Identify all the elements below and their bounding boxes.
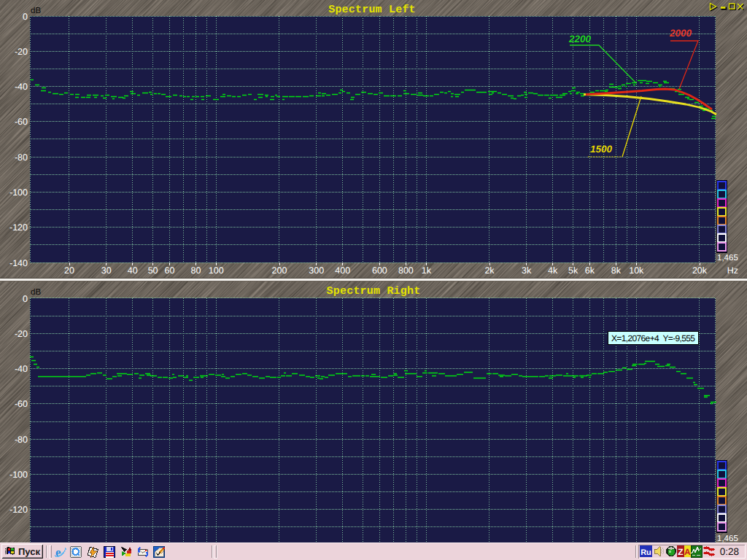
svg-text:-120: -120: [9, 222, 28, 233]
svg-text:Hz: Hz: [727, 265, 738, 276]
svg-text:6k: 6k: [585, 265, 595, 276]
svg-text:-60: -60: [15, 117, 28, 127]
svg-text:-60: -60: [15, 399, 28, 409]
svg-text:20k: 20k: [692, 265, 708, 276]
svg-text:0: 0: [23, 294, 28, 304]
svg-text:200: 200: [272, 265, 287, 276]
svg-text:300: 300: [309, 265, 324, 276]
svg-text:20: 20: [64, 265, 74, 276]
svg-text:-80: -80: [15, 152, 28, 163]
svg-text:800: 800: [398, 265, 414, 276]
svg-text:100: 100: [209, 265, 224, 276]
svg-text:-40: -40: [15, 82, 28, 92]
svg-text:2200: 2200: [568, 34, 592, 44]
svg-text:-80: -80: [15, 435, 28, 445]
svg-text:2000: 2000: [669, 28, 692, 39]
svg-text:10k: 10k: [629, 265, 644, 276]
svg-text:5k: 5k: [568, 265, 578, 276]
svg-text:1,465: 1,465: [717, 534, 738, 543]
svg-text:Ru: Ru: [640, 548, 651, 557]
svg-text:1k: 1k: [422, 265, 432, 276]
svg-text:0: 0: [23, 12, 28, 22]
svg-text:80: 80: [190, 265, 201, 276]
svg-text:-140: -140: [9, 258, 28, 268]
svg-text:Z: Z: [678, 547, 683, 557]
svg-text:50: 50: [148, 265, 158, 276]
svg-text:2k: 2k: [484, 265, 495, 276]
svg-text:X=1,2076e+4 Y=-9,555: X=1,2076e+4 Y=-9,555: [611, 333, 695, 343]
svg-text:1500: 1500: [590, 144, 613, 155]
svg-text:-120: -120: [9, 505, 28, 515]
svg-text:8k: 8k: [611, 265, 622, 276]
svg-text:1,465: 1,465: [717, 254, 738, 262]
svg-text:-100: -100: [9, 470, 28, 480]
svg-text:-20: -20: [15, 329, 28, 339]
svg-text:0:28: 0:28: [720, 546, 739, 557]
svg-text:dB: dB: [31, 288, 41, 297]
svg-text:40: 40: [128, 265, 138, 276]
svg-text:400: 400: [335, 265, 350, 276]
svg-text:600: 600: [372, 265, 387, 276]
svg-text:-100: -100: [9, 187, 28, 198]
svg-text:30: 30: [101, 265, 112, 276]
svg-text:Spectrum Right: Spectrum Right: [327, 285, 421, 298]
svg-text:4k: 4k: [548, 265, 558, 276]
svg-text:-20: -20: [15, 47, 28, 57]
svg-text:Пуск: Пуск: [18, 546, 40, 557]
svg-text:3k: 3k: [522, 265, 532, 276]
svg-text:dB: dB: [31, 7, 41, 15]
svg-text:Spectrum Left: Spectrum Left: [328, 4, 416, 16]
svg-text:60: 60: [164, 265, 174, 276]
svg-text:A: A: [684, 547, 691, 557]
svg-text:-40: -40: [15, 364, 28, 374]
